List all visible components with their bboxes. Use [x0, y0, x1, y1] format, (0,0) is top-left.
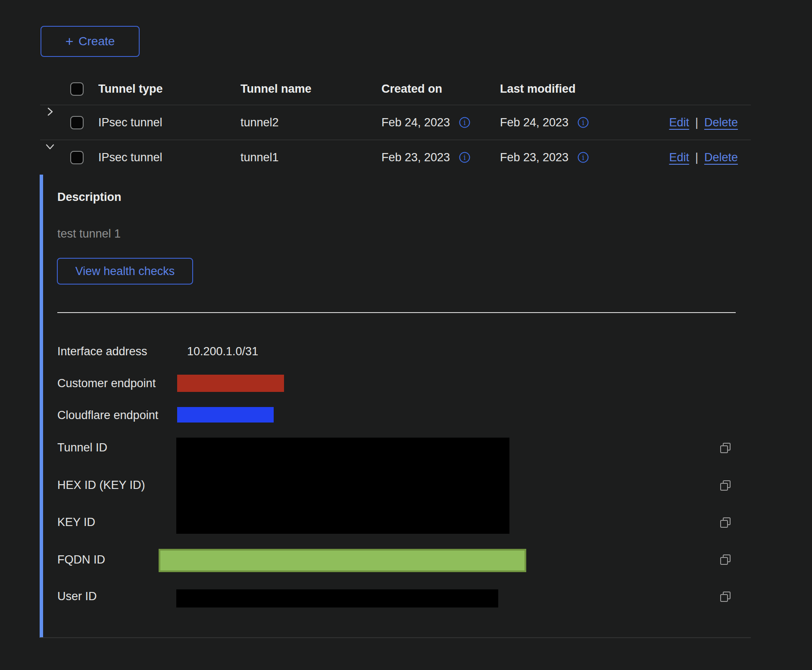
copy-hex-id-button[interactable] [718, 478, 733, 493]
view-health-checks-button[interactable]: View health checks [57, 258, 193, 285]
copy-icon [718, 516, 732, 529]
last-modified-date: Feb 23, 2023 [500, 151, 568, 164]
fqdn-id-redacted-value [159, 549, 526, 572]
expanded-row-indicator-bar [40, 175, 43, 638]
plus-icon: + [66, 34, 74, 48]
tunnel-id-label: Tunnel ID [57, 441, 107, 454]
interface-address-label: Interface address [57, 345, 147, 358]
row-checkbox[interactable] [70, 140, 84, 175]
copy-key-id-button[interactable] [718, 515, 733, 530]
cloudflare-endpoint-redacted-value [177, 407, 274, 423]
row-checkbox[interactable] [70, 105, 84, 140]
user-id-label: User ID [57, 590, 97, 603]
created-on-cell: Feb 24, 2023 i [381, 105, 471, 140]
row-actions: Edit | Delete [669, 105, 738, 140]
actions-separator: | [695, 116, 698, 129]
description-heading: Description [57, 191, 122, 204]
delete-link[interactable]: Delete [704, 151, 738, 164]
fqdn-id-label: FQDN ID [57, 553, 105, 567]
edit-link[interactable]: Edit [669, 151, 689, 164]
copy-user-id-button[interactable] [718, 589, 733, 604]
info-icon[interactable]: i [577, 151, 589, 163]
customer-endpoint-redacted-value [177, 375, 284, 392]
chevron-down-icon [45, 141, 55, 152]
copy-icon [718, 479, 732, 492]
key-id-label: KEY ID [57, 516, 95, 529]
tunnel-name-cell: tunnel1 [240, 140, 279, 175]
created-on-date: Feb 24, 2023 [381, 116, 450, 129]
created-on-cell: Feb 23, 2023 i [381, 140, 471, 175]
edit-link[interactable]: Edit [669, 116, 689, 129]
copy-icon [718, 590, 732, 604]
copy-icon [718, 441, 732, 455]
table-row-tunnel1: IPsec tunnel tunnel1 Feb 23, 2023 i Feb … [40, 140, 751, 175]
collapse-row-button[interactable] [44, 140, 56, 153]
last-modified-cell: Feb 24, 2023 i [500, 105, 589, 140]
tunnel-type-cell: IPsec tunnel [98, 105, 162, 140]
create-button-label: Create [78, 34, 115, 48]
hex-id-label: HEX ID (KEY ID) [57, 479, 145, 492]
user-id-redacted-value [176, 589, 498, 607]
checkbox-icon [70, 82, 84, 96]
copy-icon [718, 553, 732, 567]
info-icon[interactable]: i [577, 116, 589, 128]
copy-fqdn-id-button[interactable] [718, 552, 733, 567]
ids-redacted-value-block [176, 438, 509, 534]
divider [40, 637, 751, 638]
column-header-last-modified: Last modified [500, 73, 576, 105]
info-icon[interactable]: i [459, 116, 471, 128]
checkbox-icon [70, 116, 84, 129]
interface-address-value: 10.200.1.0/31 [187, 345, 258, 358]
tunnel-type-cell: IPsec tunnel [98, 140, 162, 175]
svg-text:i: i [464, 119, 466, 127]
divider [57, 312, 736, 313]
row-actions: Edit | Delete [669, 140, 738, 175]
svg-text:i: i [464, 153, 466, 162]
svg-text:i: i [582, 153, 584, 162]
select-all-checkbox[interactable] [70, 73, 84, 105]
info-icon[interactable]: i [459, 151, 471, 163]
tunnel-name-cell: tunnel2 [240, 105, 279, 140]
last-modified-date: Feb 24, 2023 [500, 116, 568, 129]
table-header-row: Tunnel type Tunnel name Created on Last … [40, 73, 751, 105]
checkbox-icon [70, 151, 84, 164]
chevron-right-icon [45, 106, 55, 117]
svg-text:i: i [582, 119, 584, 127]
delete-link[interactable]: Delete [704, 116, 738, 129]
table-row-tunnel2: IPsec tunnel tunnel2 Feb 24, 2023 i Feb … [40, 105, 751, 140]
tunnels-page: + Create Tunnel type Tunnel name Created… [0, 0, 812, 670]
create-button[interactable]: + Create [41, 26, 140, 57]
actions-separator: | [695, 151, 698, 164]
expand-row-button[interactable] [44, 105, 56, 118]
column-header-tunnel-name: Tunnel name [240, 73, 312, 105]
cloudflare-endpoint-label: Cloudflare endpoint [57, 409, 158, 422]
copy-tunnel-id-button[interactable] [718, 441, 733, 455]
description-value: test tunnel 1 [57, 227, 121, 241]
customer-endpoint-label: Customer endpoint [57, 377, 156, 390]
last-modified-cell: Feb 23, 2023 i [500, 140, 589, 175]
created-on-date: Feb 23, 2023 [381, 151, 450, 164]
column-header-created-on: Created on [381, 73, 442, 105]
column-header-tunnel-type: Tunnel type [98, 73, 163, 105]
